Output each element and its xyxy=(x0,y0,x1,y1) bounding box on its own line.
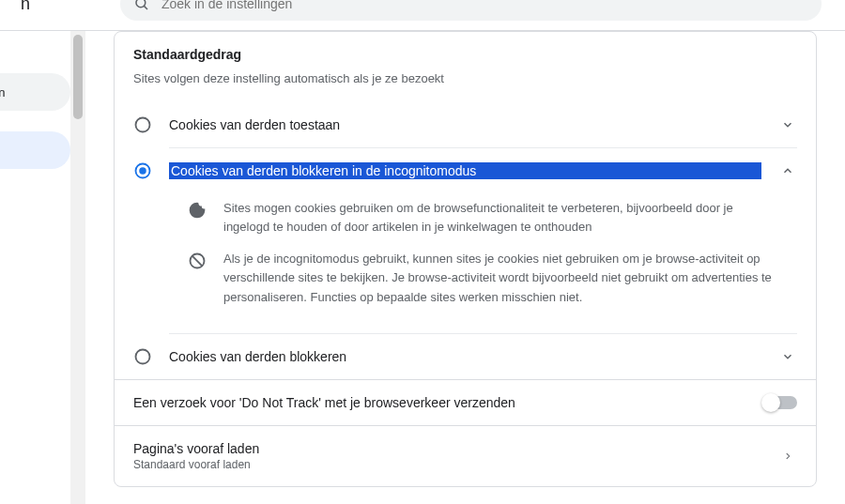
expanded-description: Sites mogen cookies gebruiken om de brow… xyxy=(133,193,797,333)
search-icon xyxy=(133,0,150,12)
svg-point-2 xyxy=(136,118,150,132)
radio-label: Cookies van derden blokkeren xyxy=(169,349,761,364)
radio-option-block-incognito[interactable]: Cookies van derden blokkeren in de incog… xyxy=(133,148,797,193)
description-text: Sites mogen cookies gebruiken om de brow… xyxy=(223,199,778,237)
block-icon xyxy=(188,252,207,270)
toggle-knob xyxy=(761,393,780,412)
radio-label: Cookies van derden toestaan xyxy=(169,117,761,132)
do-not-track-row: Een verzoek voor 'Do Not Track' met je b… xyxy=(115,380,816,425)
preload-row[interactable]: Pagina's vooraf laden Standaard vooraf l… xyxy=(115,426,816,486)
chevron-up-icon[interactable] xyxy=(778,161,797,180)
radio-label-selected: Cookies van derden blokkeren in de incog… xyxy=(169,162,761,179)
radio-unchecked-icon xyxy=(133,115,152,134)
radio-option-allow[interactable]: Cookies van derden toestaan xyxy=(133,102,797,147)
radio-checked-icon xyxy=(133,161,152,180)
cookie-icon xyxy=(188,201,207,220)
scrollbar-thumb[interactable] xyxy=(73,35,83,119)
radio-unchecked-icon xyxy=(133,347,152,366)
chevron-right-icon xyxy=(778,447,797,466)
page-title-fragment: n xyxy=(0,0,30,14)
preload-subtitle: Standaard vooraf laden xyxy=(133,458,767,471)
sidebar-item[interactable]: ullen en xyxy=(0,73,70,111)
svg-line-1 xyxy=(144,6,147,9)
description-text: Als je de incognitomodus gebruikt, kunne… xyxy=(223,250,778,306)
svg-point-7 xyxy=(199,210,201,212)
chevron-down-icon[interactable] xyxy=(778,115,797,134)
sidebar-item-label: ullen en xyxy=(0,85,6,99)
vertical-scrollbar[interactable] xyxy=(70,31,85,504)
preload-title: Pagina's vooraf laden xyxy=(133,441,767,456)
svg-point-4 xyxy=(139,167,146,175)
svg-point-5 xyxy=(193,207,195,209)
settings-search[interactable] xyxy=(120,0,822,21)
radio-option-block-all[interactable]: Cookies van derden blokkeren xyxy=(133,334,797,379)
svg-point-10 xyxy=(136,349,150,363)
dnt-toggle[interactable] xyxy=(763,396,797,409)
dnt-label: Een verzoek voor 'Do Not Track' met je b… xyxy=(133,395,752,410)
sidebar-item[interactable]: r xyxy=(0,291,70,328)
svg-point-6 xyxy=(195,211,197,213)
section-subheading: Sites volgen deze instelling automatisch… xyxy=(133,71,797,85)
sidebar-item-active[interactable]: iging xyxy=(0,131,70,169)
section-heading: Standaardgedrag xyxy=(133,47,797,62)
svg-line-9 xyxy=(192,256,203,267)
chevron-down-icon[interactable] xyxy=(778,347,797,366)
sidebar: ullen en iging r xyxy=(0,31,70,504)
search-input[interactable] xyxy=(161,0,808,11)
